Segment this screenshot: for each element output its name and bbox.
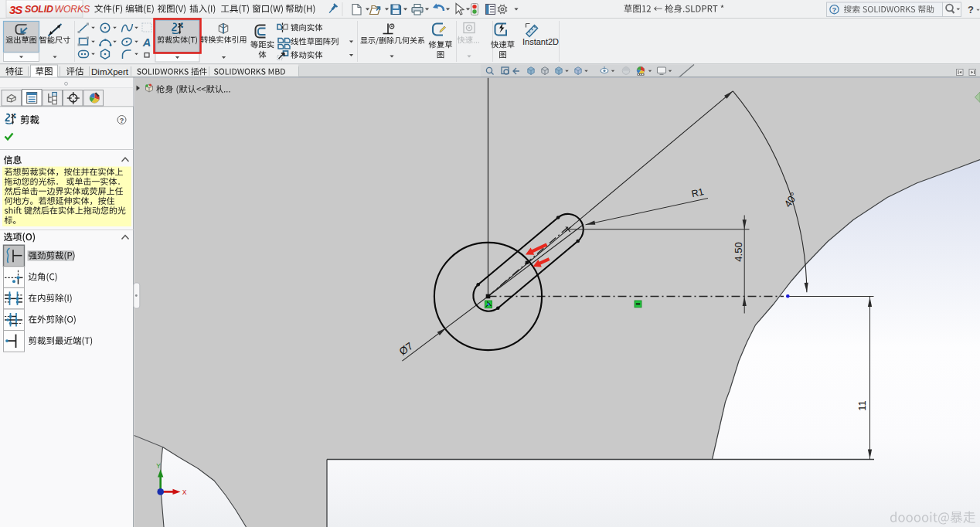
svg-text:Y: Y (156, 463, 161, 471)
svg-text:WORKS: WORKS (55, 4, 90, 15)
svg-text:Instant2D: Instant2D (522, 37, 559, 46)
svg-text:A: A (142, 36, 151, 49)
svg-text:?: ? (832, 5, 837, 14)
svg-text:4.50: 4.50 (733, 242, 744, 261)
svg-text:X: X (182, 488, 187, 497)
svg-text:?: ? (120, 117, 124, 124)
svg-text:3S: 3S (9, 3, 22, 16)
svg-text:SOLID: SOLID (25, 4, 53, 15)
svg-text:?: ? (968, 4, 974, 15)
svg-text:11: 11 (856, 400, 868, 411)
svg-text:DimXpert: DimXpert (91, 67, 129, 76)
